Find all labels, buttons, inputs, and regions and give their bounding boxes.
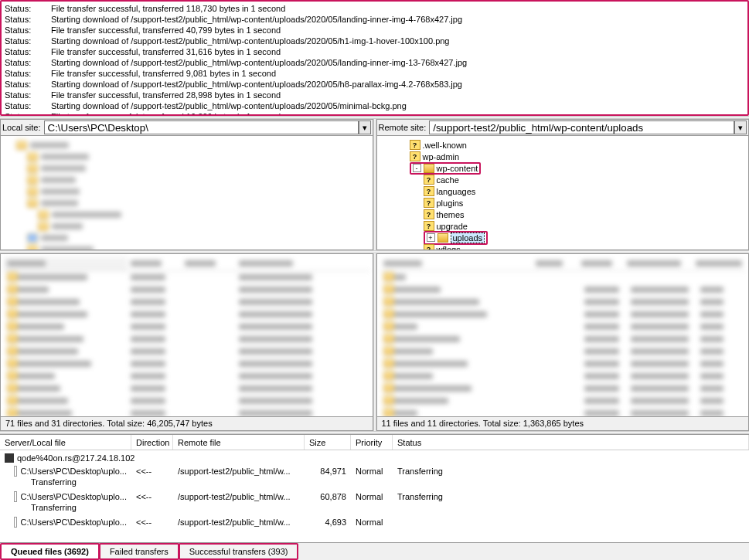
log-message: Starting download of /support-test2/publ… bbox=[51, 100, 407, 111]
chevron-down-icon: ▾ bbox=[738, 123, 743, 133]
unknown-folder-icon: ? bbox=[424, 244, 434, 249]
remote-tree[interactable]: ?.well-known?wp-admin-wp-content?cache?l… bbox=[377, 136, 749, 249]
col-direction[interactable]: Direction bbox=[131, 435, 173, 450]
log-line: Status:File transfer successful, transfe… bbox=[5, 25, 744, 36]
remote-path-input[interactable] bbox=[429, 120, 734, 134]
unknown-folder-icon: ? bbox=[424, 186, 434, 196]
tree-label: plugins bbox=[437, 199, 464, 208]
log-label: Status: bbox=[5, 14, 51, 25]
tree-label: wp-admin bbox=[423, 152, 460, 161]
expand-icon[interactable]: - bbox=[413, 164, 421, 172]
log-message: Starting download of /support-test2/publ… bbox=[51, 79, 462, 90]
file-icon bbox=[14, 466, 17, 477]
tree-node-plugins[interactable]: ?plugins bbox=[382, 197, 744, 209]
queue-header: Server/Local file Direction Remote file … bbox=[0, 435, 749, 450]
log-message: Starting download of /support-test2/publ… bbox=[51, 14, 462, 25]
server-icon bbox=[5, 453, 14, 463]
expand-icon[interactable]: + bbox=[427, 233, 435, 242]
status-log[interactable]: Status:File transfer successful, transfe… bbox=[0, 0, 749, 116]
tree-label: wflogs bbox=[437, 245, 461, 250]
queue-substatus: Transferring bbox=[0, 503, 749, 515]
tree-node-themes[interactable]: ?themes bbox=[382, 209, 744, 220]
local-file-list[interactable]: 71 files and 31 directories. Total size:… bbox=[0, 253, 373, 431]
log-message: Starting download of /support-test2/publ… bbox=[51, 57, 467, 68]
queue-body[interactable]: qode%40on.rs@217.24.18.102 C:\Users\PC\D… bbox=[0, 450, 749, 542]
log-line: Status:Starting download of /support-tes… bbox=[5, 100, 744, 111]
local-site-label: Local site: bbox=[2, 123, 41, 132]
log-line: Status:File transfer successful, transfe… bbox=[5, 90, 744, 100]
queue-status: Transferring bbox=[393, 492, 749, 501]
tree-node-.well-known[interactable]: ?.well-known bbox=[382, 139, 744, 151]
col-remote[interactable]: Remote file bbox=[173, 435, 305, 450]
chevron-down-icon: ▾ bbox=[363, 123, 367, 133]
log-label: Status: bbox=[5, 100, 51, 111]
tree-node-languages[interactable]: ?languages bbox=[382, 185, 744, 197]
tab-failed[interactable]: Failed transfers bbox=[99, 543, 179, 560]
log-line: Status:Starting download of /support-tes… bbox=[5, 14, 744, 25]
local-path-dropdown[interactable]: ▾ bbox=[359, 120, 371, 134]
queue-row[interactable]: C:\Users\PC\Desktop\uplo...<<--/support-… bbox=[0, 515, 749, 528]
queue-direction: <<-- bbox=[131, 492, 173, 501]
queue-priority: Normal bbox=[351, 518, 393, 527]
tree-node-wflogs[interactable]: ?wflogs bbox=[382, 243, 744, 249]
tree-label: .well-known bbox=[423, 141, 467, 150]
tree-node-upgrade[interactable]: ?upgrade bbox=[382, 220, 744, 232]
log-label: Status: bbox=[5, 3, 51, 14]
queue-direction: <<-- bbox=[131, 467, 173, 476]
queue-substatus: Transferring bbox=[0, 477, 749, 490]
queue-direction: <<-- bbox=[131, 518, 173, 527]
queue-host-text: qode%40on.rs@217.24.18.102 bbox=[17, 453, 134, 463]
log-label: Status: bbox=[5, 68, 51, 79]
col-size[interactable]: Size bbox=[305, 435, 351, 450]
tree-label: uploads bbox=[451, 232, 485, 243]
remote-path-dropdown[interactable]: ▾ bbox=[734, 120, 747, 134]
tree-label: wp-content bbox=[437, 164, 478, 173]
queue-row[interactable]: C:\Users\PC\Desktop\uplo...<<--/support-… bbox=[0, 464, 749, 477]
remote-site-header: Remote site: ▾ bbox=[377, 120, 749, 136]
log-line: Status:Starting download of /support-tes… bbox=[5, 79, 744, 90]
col-priority[interactable]: Priority bbox=[351, 435, 393, 450]
log-message: File transfer successful, transferred 11… bbox=[51, 3, 285, 14]
log-label: Status: bbox=[5, 79, 51, 90]
file-icon bbox=[14, 517, 17, 528]
tree-label: themes bbox=[437, 210, 465, 219]
tree-label: cache bbox=[437, 175, 459, 185]
log-message: Starting download of /support-test2/publ… bbox=[51, 36, 450, 46]
remote-site-panel: Remote site: ▾ ?.well-known?wp-admin-wp-… bbox=[376, 119, 750, 250]
log-message: File transfer successful, transferred 40… bbox=[51, 25, 281, 36]
tab-successful[interactable]: Successful transfers (393) bbox=[179, 543, 299, 560]
unknown-folder-icon: ? bbox=[410, 140, 420, 150]
sites-row: Local site: ▾ Remote site: ▾ bbox=[0, 119, 749, 250]
queue-local-file: C:\Users\PC\Desktop\uplo... bbox=[20, 467, 127, 476]
queue-local-file: C:\Users\PC\Desktop\uplo... bbox=[20, 492, 127, 501]
unknown-folder-icon: ? bbox=[424, 198, 434, 208]
tree-node-wp-content[interactable]: -wp-content bbox=[382, 162, 744, 174]
remote-file-list[interactable]: 11 files and 11 directories. Total size:… bbox=[376, 253, 750, 431]
unknown-folder-icon: ? bbox=[424, 209, 434, 219]
transfer-queue: Server/Local file Direction Remote file … bbox=[0, 434, 749, 542]
queue-host[interactable]: qode%40on.rs@217.24.18.102 bbox=[0, 452, 749, 464]
local-tree[interactable] bbox=[1, 136, 373, 249]
tree-label: upgrade bbox=[437, 222, 468, 231]
tree-node-wp-admin[interactable]: ?wp-admin bbox=[382, 151, 744, 162]
remote-status: 11 files and 11 directories. Total size:… bbox=[377, 416, 749, 430]
local-status: 71 files and 31 directories. Total size:… bbox=[1, 416, 373, 430]
log-message: File transfer successful, transferred 9,… bbox=[51, 68, 276, 79]
file-lists-row: 71 files and 31 directories. Total size:… bbox=[0, 253, 749, 431]
log-label: Status: bbox=[5, 111, 51, 116]
queue-remote-file: /support-test2/public_html/w... bbox=[173, 518, 305, 527]
tab-queued[interactable]: Queued files (3692) bbox=[0, 543, 100, 560]
log-message: File transfer successful, transferred 28… bbox=[51, 90, 281, 100]
tree-node-cache[interactable]: ?cache bbox=[382, 174, 744, 185]
col-server-local[interactable]: Server/Local file bbox=[0, 435, 131, 450]
queue-status: Transferring bbox=[393, 467, 749, 476]
queue-size: 84,971 bbox=[305, 467, 351, 476]
log-label: Status: bbox=[5, 57, 51, 68]
log-line: Status:File transfer successful, transfe… bbox=[5, 111, 744, 116]
local-path-input[interactable] bbox=[44, 120, 359, 134]
tree-node-uploads[interactable]: +uploads bbox=[382, 232, 744, 243]
folder-icon bbox=[424, 164, 434, 173]
col-status[interactable]: Status bbox=[393, 435, 749, 450]
queue-row[interactable]: C:\Users\PC\Desktop\uplo...<<--/support-… bbox=[0, 490, 749, 503]
queue-tabs: Queued files (3692) Failed transfers Suc… bbox=[0, 542, 749, 560]
